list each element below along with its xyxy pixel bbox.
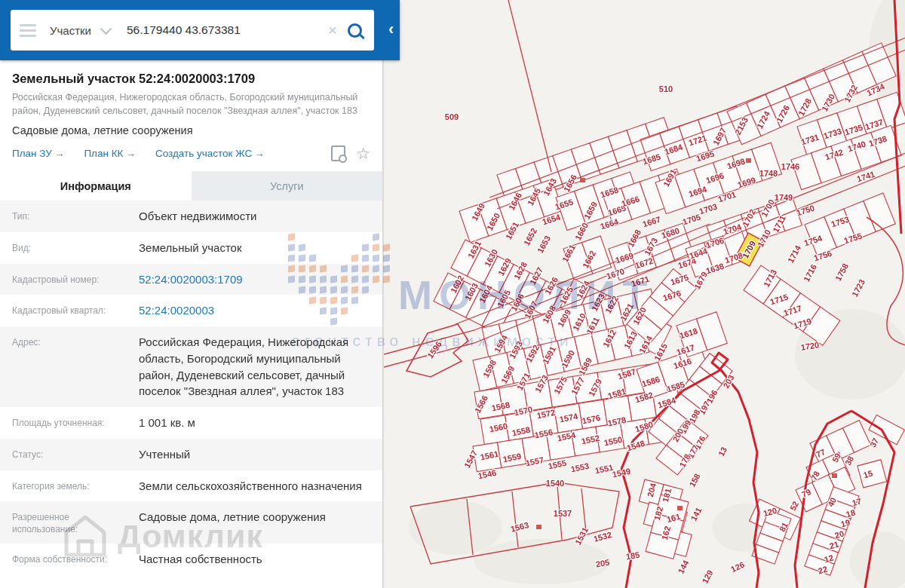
action-link-0[interactable]: План ЗУ→ <box>12 148 64 159</box>
row-label: Площадь уточненная: <box>12 415 139 431</box>
parcel-lines-layer <box>384 0 905 588</box>
page-title: Земельный участок 52:24:0020003:1709 <box>12 72 370 86</box>
row-label: Форма собственности: <box>12 551 139 568</box>
row-value: 1 001 кв. м <box>139 415 369 431</box>
row-label: Статус: <box>12 446 139 463</box>
parcel-usage-subtitle: Садовые дома, летние сооружения <box>12 124 370 136</box>
chevron-down-icon[interactable] <box>100 23 112 35</box>
table-row: Кадастровый квартал:52:24:0020003 <box>0 295 382 326</box>
tab-bar: ИнформацияУслуги <box>0 171 382 201</box>
row-label: Тип: <box>12 208 139 225</box>
action-links: План ЗУ→План КК→Создать участок ЖС→ ☆ <box>12 145 370 161</box>
search-category-dropdown[interactable]: Участки <box>50 24 91 37</box>
header-icons: ☆ <box>331 145 370 161</box>
row-value: Учтенный <box>139 446 369 463</box>
row-label: Кадастровый номер: <box>12 271 139 288</box>
search-input[interactable]: 56.179440 43.673381 <box>127 23 324 37</box>
table-row: Адрес:Российская Федерация, Нижегородска… <box>0 326 382 407</box>
row-label: Адрес: <box>12 334 139 400</box>
table-row: Тип:Объект недвижимости <box>0 201 382 232</box>
map-canvas[interactable]: 5095101643165616451646164916501651165216… <box>383 0 905 588</box>
tab-information[interactable]: Информация <box>0 171 192 201</box>
row-value: Земельный участок <box>139 240 369 256</box>
row-value: Российская Федерация, Нижегородская обла… <box>139 334 369 400</box>
row-label: Категория земель: <box>12 478 139 495</box>
favorite-star-icon[interactable]: ☆ <box>356 145 370 161</box>
search-bar[interactable]: Участки 56.179440 43.673381 × <box>11 10 374 51</box>
table-row: Разрешенное использование:Садовые дома, … <box>0 501 382 543</box>
tab-services[interactable]: Услуги <box>192 171 383 201</box>
table-row: Площадь уточненная:1 001 кв. м <box>0 407 382 439</box>
row-value-link[interactable]: 52:24:0020003:1709 <box>139 271 369 288</box>
table-row: Вид:Земельный участок <box>0 232 382 264</box>
clear-icon[interactable]: × <box>328 22 337 38</box>
document-search-icon[interactable] <box>331 145 345 161</box>
row-value: Земли сельскохозяйственного назначения <box>139 478 369 495</box>
menu-icon[interactable] <box>20 24 36 37</box>
cadastral-map-app: 5095101643165616451646164916501651165216… <box>0 0 905 588</box>
attributes-table: Тип:Объект недвижимостиВид:Земельный уча… <box>0 201 382 574</box>
action-link-1[interactable]: План КК→ <box>84 148 136 159</box>
row-value: Объект недвижимости <box>139 208 369 225</box>
row-label: Кадастровый квартал: <box>12 302 139 319</box>
search-icon[interactable] <box>348 23 362 38</box>
parcel-address-subtitle: Российская Федерация, Нижегородская обла… <box>12 91 370 118</box>
row-value-link[interactable]: 52:24:0020003 <box>139 302 369 319</box>
row-label: Вид: <box>12 240 139 256</box>
search-header: Участки 56.179440 43.673381 × ‹ <box>0 0 400 60</box>
table-row: Статус:Учтенный <box>0 439 382 470</box>
collapse-panel-icon[interactable]: ‹ <box>388 20 399 41</box>
row-label: Разрешенное использование: <box>12 509 139 535</box>
parcel-info-panel: Земельный участок 52:24:0020003:1709 Рос… <box>0 60 383 588</box>
action-link-2[interactable]: Создать участок ЖС→ <box>155 148 265 159</box>
table-row: Категория земель:Земли сельскохозяйствен… <box>0 470 382 502</box>
row-value: Садовые дома, летние сооружения <box>139 509 369 535</box>
table-row: Кадастровый номер:52:24:0020003:1709 <box>0 264 382 296</box>
table-row: Форма собственности:Частная собственност… <box>0 544 382 575</box>
row-value: Частная собственность <box>139 551 369 568</box>
